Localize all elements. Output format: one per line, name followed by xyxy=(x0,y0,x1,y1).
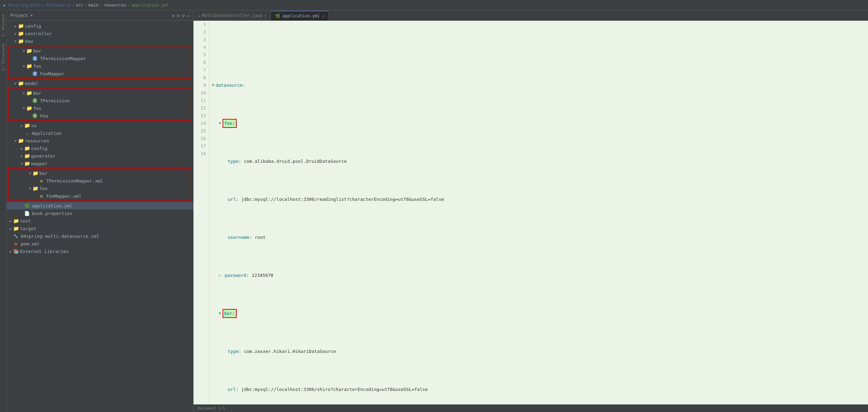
arrow-bar2: ▼ xyxy=(21,91,26,95)
settings-icon[interactable]: ⚙ xyxy=(182,13,185,18)
folder-icon: 📁 xyxy=(26,48,32,54)
breadcrumb-main[interactable]: main xyxy=(88,3,98,8)
panel-header: Project ▼ ⊕ ≡ ⚙ ↔ xyxy=(7,10,193,21)
folder-icon: 📁 xyxy=(32,186,38,191)
code-line-10: url: jdbc:mysql://localhost:3306/shiro?c… xyxy=(212,386,865,393)
dao-red-box: ▼ 📁 bar I TPermissionMapper ▼ 📁 foo I xyxy=(8,46,192,79)
tree-item-external-libs[interactable]: ▶ 📚 External Libraries xyxy=(7,247,193,255)
tree-item-mapper[interactable]: ▼ 📁 mapper xyxy=(7,160,193,167)
tree-item-vo[interactable]: ▶ 📁 vo xyxy=(7,122,193,129)
fold-marker-3: ▼ xyxy=(219,120,221,127)
tree-item-TPermissionMapper-xml[interactable]: ⚙ TPermissionMapper.xml xyxy=(9,177,191,185)
tree-item-TPermission[interactable]: C TPermission xyxy=(9,97,191,104)
tree-item-FooMapper-xml[interactable]: ⚙ FooMapper.xml xyxy=(9,192,191,200)
key-password1: password: xyxy=(225,272,249,279)
tree-item-config2[interactable]: ▶ 📁 config xyxy=(7,144,193,152)
tree-item-foo1[interactable]: ▼ 📁 foo xyxy=(9,62,191,70)
tree-item-FooMapper[interactable]: I FooMapper xyxy=(9,70,191,77)
label-application-yml: application.yml xyxy=(32,203,72,208)
breadcrumb-resources[interactable]: resources xyxy=(104,3,126,8)
side-label-project[interactable]: 1: Project xyxy=(1,14,6,37)
title-icon: ▶ xyxy=(3,3,6,8)
tree-item-resources[interactable]: ▼ 📁 resources xyxy=(7,137,193,144)
panel-icons: ⊕ ≡ ⚙ ↔ xyxy=(172,13,190,18)
tree-item-bar2[interactable]: ▼ 📁 bar xyxy=(9,89,191,97)
tab-yaml-close[interactable]: × xyxy=(322,14,324,18)
label-controller: controller xyxy=(25,31,52,36)
tab-yaml[interactable]: 🌿 application.yml × xyxy=(271,11,329,20)
yaml-tab-icon: 🌿 xyxy=(275,13,280,18)
folder-icon: 📁 xyxy=(18,138,23,143)
yaml-editor: 1 2 3 4 5 6 7 8 9 10 11 12 13 14 xyxy=(194,21,868,412)
key-type2: type: xyxy=(228,348,241,355)
label-model: model xyxy=(25,81,38,86)
side-label-structure[interactable]: 2: Structure xyxy=(1,44,6,71)
arrow-resources: ▼ xyxy=(13,139,18,143)
side-panel: 1: Project 2: Structure xyxy=(0,10,7,412)
label-vo: vo xyxy=(31,123,37,128)
sync-icon[interactable]: ⊕ xyxy=(172,13,174,18)
tab-java[interactable]: ☕ MultiDataController.java × xyxy=(194,11,271,20)
panel-title: Project xyxy=(10,13,28,18)
label-dao: dao xyxy=(25,39,33,44)
folder-icon: 📁 xyxy=(18,31,23,36)
label-bar3: bar xyxy=(39,171,47,176)
tree-item-foo3[interactable]: ▼ 📁 foo xyxy=(9,185,191,192)
tree-item-test[interactable]: ▶ 📁 test xyxy=(7,217,193,225)
val-url1: jdbc:mysql://localhost:3306/readinglist?… xyxy=(238,196,444,203)
tab-java-close[interactable]: × xyxy=(264,13,267,18)
tree-item-model[interactable]: ▼ 📁 model xyxy=(7,79,193,87)
val-username1: root xyxy=(252,234,265,241)
arrow-ext-libs: ▶ xyxy=(8,250,13,253)
label-iml: 04spring-multi-datasource.iml xyxy=(21,234,99,239)
breadcrumb-project[interactable]: 04spring-multi-datasource xyxy=(8,3,70,8)
tree-item-target[interactable]: ▶ 📁 target xyxy=(7,225,193,232)
tree-item-book-properties[interactable]: 📄 book.properties xyxy=(7,209,193,217)
editor-content[interactable]: 1 2 3 4 5 6 7 8 9 10 11 12 13 14 xyxy=(194,21,868,412)
tree-item-bar3[interactable]: ▼ 📁 bar xyxy=(9,169,191,177)
fold-marker-2: ▼ xyxy=(212,82,214,89)
java-tab-icon: ☕ xyxy=(198,13,200,18)
arrow-model: ▼ xyxy=(13,82,18,85)
label-config1: config xyxy=(25,24,41,29)
panel-arrow[interactable]: ▼ xyxy=(31,13,33,17)
breadcrumb-src[interactable]: src xyxy=(76,3,83,8)
key-url1: url: xyxy=(228,196,238,203)
label-resources: resources xyxy=(25,138,49,143)
editor-area: ☕ MultiDataController.java × 🌿 applicati… xyxy=(194,10,868,412)
arrow-mapper: ▼ xyxy=(19,162,24,166)
tree-item-bar1[interactable]: ▼ 📁 bar xyxy=(9,47,191,55)
tree-item-Foo[interactable]: C Foo xyxy=(9,112,191,120)
tree-item-pom[interactable]: m pom.xml xyxy=(7,240,193,247)
folder-icon: 📚 xyxy=(13,249,19,254)
xml-icon: ⚙ xyxy=(39,193,44,199)
label-TPermission: TPermission xyxy=(40,98,70,103)
tree-item-Application[interactable]: ☕ Application xyxy=(7,129,193,137)
tree-item-foo2[interactable]: ▼ 📁 foo xyxy=(9,104,191,112)
folder-icon: 📁 xyxy=(24,161,30,166)
expand-icon[interactable]: ↔ xyxy=(187,13,190,18)
editor-tabs: ☕ MultiDataController.java × 🌿 applicati… xyxy=(194,10,868,21)
arrow-foo2: ▼ xyxy=(21,106,26,110)
editor-status-bar: Document 1/1 xyxy=(194,404,868,412)
collapse-icon[interactable]: ≡ xyxy=(177,13,180,18)
sep2: › xyxy=(85,3,87,8)
arrow-vo: ▶ xyxy=(19,124,24,128)
arrow-target: ▶ xyxy=(8,227,13,231)
arrow-config1: ▶ xyxy=(13,24,18,28)
tree-item-config1[interactable]: ▶ 📁 config xyxy=(7,22,193,30)
tree-item-dao[interactable]: ▼ 📁 dao xyxy=(7,37,193,45)
folder-icon: 📁 xyxy=(24,153,30,159)
tree-item-application-yml[interactable]: 🌿 application.yml xyxy=(7,202,193,209)
arrow-generator: ▶ xyxy=(19,154,24,158)
tree-item-iml[interactable]: 🔧 04spring-multi-datasource.iml xyxy=(7,232,193,240)
tree-item-controller[interactable]: ▶ 📁 controller xyxy=(7,30,193,37)
tree-item-generator[interactable]: ▶ 📁 generator xyxy=(7,152,193,160)
code-content[interactable]: ▼ datasource: ▼ foo: type: xyxy=(209,21,868,404)
folder-icon: 📁 xyxy=(13,218,19,224)
key-type1: type: xyxy=(228,158,241,165)
breadcrumb-file[interactable]: application.yml xyxy=(131,3,169,8)
arrow-bar3: ▼ xyxy=(28,171,32,175)
yaml-icon: 🌿 xyxy=(24,203,30,208)
tree-item-TPermissionMapper[interactable]: I TPermissionMapper xyxy=(9,55,191,62)
